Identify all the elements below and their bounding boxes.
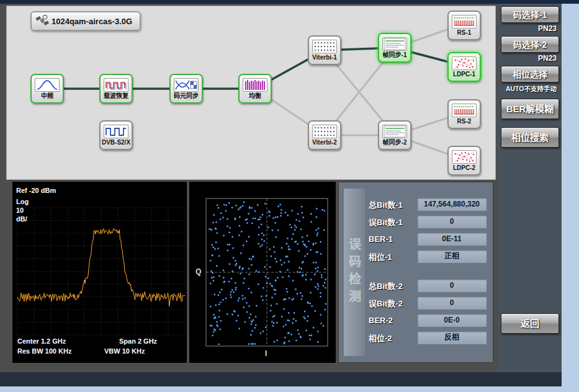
trellis-icon: [312, 40, 337, 53]
main-window: 1024qam-aircas-3.0G 中频 载波恢复 码元同步 均衡 DVB-…: [0, 4, 562, 386]
node-label: 载波恢复: [104, 93, 128, 99]
node-symbol-sync[interactable]: 码元同步: [169, 74, 203, 104]
ber-rows: 总Bit数-1147,564,880,320 误Bit数-10 BER-10E-…: [369, 198, 487, 349]
signal-chain-panel: 1024qam-aircas-3.0G 中频 载波恢复 码元同步 均衡 DVB-…: [6, 6, 496, 180]
node-viterbi-1[interactable]: Viterbi-1: [308, 35, 341, 65]
ber-2-value: 0E-0: [417, 314, 487, 327]
q-axis-label: Q: [195, 267, 201, 276]
spectrum-vbw: VBW 10 KHz: [104, 347, 145, 355]
equalizer-bars-icon: [243, 78, 267, 92]
node-rs-1[interactable]: RS-1: [447, 11, 481, 40]
window-bottom-bar: [0, 372, 562, 386]
ber-row: BER-20E-0: [369, 314, 487, 327]
error-bits-2-value: 0: [417, 296, 487, 310]
node-label: LDPC-2: [453, 165, 475, 171]
total-bits-2-value: 0: [417, 279, 487, 292]
scatter-icon: [452, 56, 477, 70]
ber-panel-title: 误码检测: [346, 238, 364, 307]
node-label: DVB-S2/X: [102, 140, 130, 146]
node-label: Viterbi-1: [312, 55, 337, 61]
node-frame-sync-2[interactable]: 帧同步-2: [378, 120, 411, 150]
code-select-1-button[interactable]: 码选择-1: [501, 6, 559, 23]
spectrum-log-value: 10: [16, 207, 24, 214]
satellite-icon: [35, 14, 49, 28]
scatter-icon: [452, 150, 477, 164]
spectrum-center-freq: Center 1.2 GHz: [17, 337, 66, 345]
ber-detection-panel: 误码检测 总Bit数-1147,564,880,320 误Bit数-10 BER…: [338, 182, 493, 363]
comb-icon: [452, 104, 477, 117]
ber-row: 相位-2反相: [369, 331, 487, 344]
spectrum-plot: [12, 182, 187, 363]
phase-search-button[interactable]: 相位搜索: [501, 127, 559, 148]
ber-row-label: 误Bit数-1: [369, 216, 403, 228]
config-title-badge[interactable]: 1024qam-aircas-3.0G: [30, 11, 141, 31]
ber-row: BER-10E-11: [369, 233, 487, 246]
node-ldpc-1[interactable]: LDPC-1: [447, 52, 481, 82]
ber-title-strip: 误码检测: [344, 189, 365, 356]
app-window: 1024qam-aircas-3.0G 中频 载波恢复 码元同步 均衡 DVB-…: [0, 0, 579, 392]
ber-row-label: 总Bit数-2: [369, 280, 403, 292]
trellis-icon: [312, 125, 337, 138]
code-select-2-button[interactable]: 码选择-2: [501, 36, 559, 53]
ber-row-label: 误Bit数-2: [369, 297, 403, 309]
node-label: LDPC-1: [453, 71, 475, 78]
error-bits-1-value: 0: [417, 215, 487, 228]
squarewave-icon: [104, 125, 128, 138]
node-rs-2[interactable]: RS-2: [447, 99, 481, 129]
total-bits-1-value: 147,564,880,320: [417, 198, 487, 211]
spectrum-log-label: Log: [16, 198, 29, 205]
node-equalizer[interactable]: 均衡: [238, 74, 272, 104]
config-title: 1024qam-aircas-3.0G: [52, 17, 132, 26]
ber-row-label: 相位-1: [369, 251, 392, 262]
code-select-1-value: PN23: [538, 24, 557, 33]
phase-select-value: AUTO不支持手动: [506, 84, 557, 93]
ber-row: 总Bit数-20: [369, 279, 487, 292]
ber-row: 总Bit数-1147,564,880,320: [369, 198, 487, 211]
spectrum-ref-level: Ref -20 dBm: [16, 187, 56, 194]
node-label: 帧同步-2: [383, 140, 407, 146]
squarewave-icon: [104, 78, 128, 92]
constellation-plot: [189, 182, 336, 363]
ber-row: 相位-1正相: [369, 250, 487, 263]
node-if[interactable]: 中频: [30, 74, 64, 104]
node-label: 码元同步: [174, 93, 199, 99]
ber-row: 误Bit数-10: [369, 215, 487, 228]
comb-icon: [452, 15, 477, 29]
phase-1-value: 正相: [417, 250, 487, 263]
ber-1-value: 0E-11: [417, 233, 487, 246]
code-select-2-value: PN23: [538, 54, 557, 63]
if-curve-icon: [35, 78, 60, 92]
sidebar: 码选择-1 PN23 码选择-2 PN23 相位选择 AUTO不支持手动 BER…: [498, 4, 562, 372]
node-label: 中频: [41, 93, 53, 99]
i-axis-label: I: [265, 349, 267, 358]
frame-lines-icon: [382, 37, 407, 51]
ber-row: 误Bit数-20: [369, 296, 487, 310]
node-label: RS-2: [457, 118, 472, 125]
spectrum-log-unit: dB/: [16, 215, 27, 223]
spectrum-display: Ref -20 dBm Log 10 dB/ Center 1.2 GHz Sp…: [12, 182, 187, 363]
node-carrier-recovery[interactable]: 载波恢复: [99, 74, 133, 104]
ber-row-label: 总Bit数-1: [369, 198, 403, 210]
node-viterbi-2[interactable]: Viterbi-2: [308, 120, 341, 150]
node-label: 均衡: [249, 93, 261, 99]
node-frame-sync-1[interactable]: 帧同步-1: [378, 33, 411, 63]
phase-2-value: 反相: [417, 331, 487, 344]
spectrum-span: Span 2 GHz: [119, 337, 157, 345]
phase-select-button[interactable]: 相位选择: [501, 66, 559, 82]
node-dvb-s2x[interactable]: DVB-S2/X: [99, 120, 133, 150]
return-button[interactable]: 返回: [501, 313, 559, 334]
frame-lines-icon: [382, 125, 407, 138]
node-label: RS-1: [457, 30, 472, 36]
ber-row-label: BER-1: [369, 234, 393, 244]
ber-deambiguity-button[interactable]: BER解模糊: [501, 99, 559, 119]
node-ldpc-2[interactable]: LDPC-2: [447, 146, 481, 176]
eye-diagram-icon: [174, 78, 199, 92]
ber-row-label: BER-2: [369, 316, 393, 325]
constellation-display: Q I: [189, 182, 336, 363]
ber-row-label: 相位-2: [369, 332, 392, 344]
node-label: 帧同步-1: [383, 52, 407, 58]
node-label: Viterbi-2: [312, 140, 337, 146]
spectrum-rbw: Res BW 100 KHz: [17, 347, 71, 355]
